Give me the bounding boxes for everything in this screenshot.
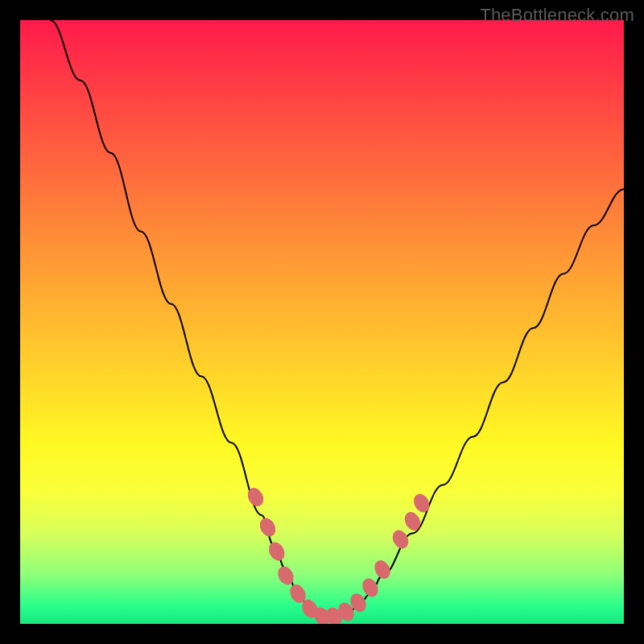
chart-frame: TheBottleneck.com (0, 0, 644, 644)
bottleneck-curve (51, 20, 625, 618)
watermark-text: TheBottleneck.com (480, 5, 634, 26)
curve-marker (275, 564, 296, 588)
curve-svg (20, 20, 624, 624)
marker-group (245, 485, 432, 624)
curve-marker (266, 539, 287, 564)
plot-area (20, 20, 624, 624)
curve-marker (245, 485, 266, 510)
curve-marker (257, 515, 279, 539)
curve-marker (390, 527, 411, 551)
curve-marker (402, 510, 423, 534)
